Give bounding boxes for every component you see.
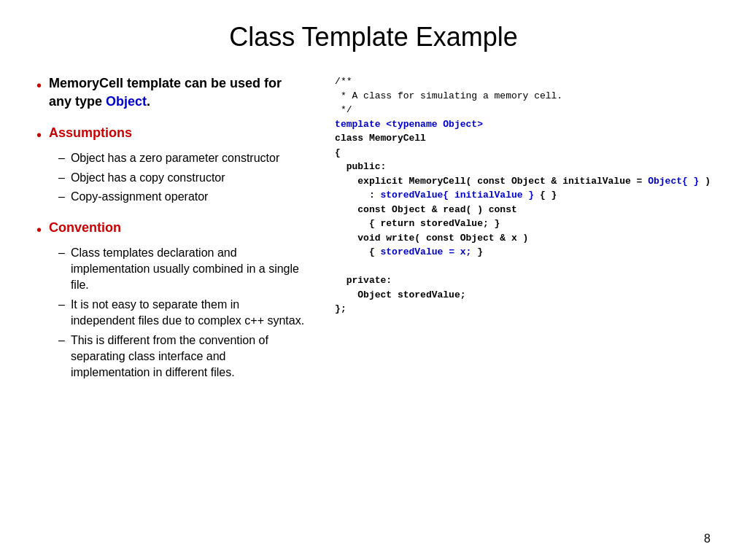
dash-icon: –: [58, 170, 65, 186]
list-item: – Object has a zero parameter constructo…: [58, 150, 306, 166]
bullet-section-3: • Convention – Class templates declarati…: [36, 219, 306, 381]
sub-bullet-text: Class templates declaration and implemen…: [71, 245, 306, 294]
bullet-dot-2: •: [36, 125, 42, 144]
dash-icon: –: [58, 150, 65, 166]
bullet-dot-1: •: [36, 76, 42, 95]
code-line: {: [335, 146, 711, 160]
code-line: void write( const Object & x ): [335, 231, 711, 246]
sub-bullet-text: Object has a zero parameter constructor: [71, 150, 279, 166]
main-bullet-1: • MemoryCell template can be used for an…: [36, 74, 306, 111]
right-panel: /** * A class for simulating a memory ce…: [335, 74, 711, 394]
list-item: – This is different from the convention …: [58, 332, 306, 381]
code-line: public:: [335, 160, 711, 174]
dash-icon: –: [58, 332, 65, 349]
slide-title: Class Template Example: [36, 22, 711, 52]
sub-bullets-3: – Class templates declaration and implem…: [58, 245, 306, 381]
sub-bullet-text: This is different from the convention of…: [71, 332, 306, 381]
sub-bullet-text: It is not easy to separate them in indep…: [71, 297, 306, 330]
main-bullet-heading-3: Convention: [49, 219, 121, 237]
main-bullet-2: • Assumptions: [36, 124, 306, 144]
code-line: * A class for simulating a memory cell.: [335, 89, 711, 104]
dash-icon: –: [58, 189, 65, 205]
code-line: template <typename Object>: [335, 117, 711, 132]
left-panel: • MemoryCell template can be used for an…: [36, 74, 313, 394]
dash-icon: –: [58, 245, 65, 261]
code-line: : storedValue{ initialValue } { }: [335, 188, 711, 203]
main-bullet-3: • Convention: [36, 219, 306, 239]
code-line: { return storedValue; }: [335, 217, 711, 231]
bullet-section-1: • MemoryCell template can be used for an…: [36, 74, 306, 111]
main-bullet-heading-2: Assumptions: [49, 124, 132, 142]
code-line: class MemoryCell: [335, 131, 711, 146]
code-line: { storedValue = x; }: [335, 245, 711, 260]
list-item: – Copy-assignment operator: [58, 189, 306, 205]
bullet-section-2: • Assumptions – Object has a zero parame…: [36, 124, 306, 205]
slide: Class Template Example • MemoryCell temp…: [0, 0, 747, 560]
code-line: Object storedValue;: [335, 288, 711, 303]
code-line: const Object & read( ) const: [335, 203, 711, 217]
list-item: – It is not easy to separate them in ind…: [58, 297, 306, 330]
page-number: 8: [704, 532, 711, 545]
bullet1-text-blue: Object: [106, 94, 147, 109]
code-line: };: [335, 302, 711, 316]
sub-bullet-text: Copy-assignment operator: [71, 189, 209, 205]
list-item: – Class templates declaration and implem…: [58, 245, 306, 294]
code-line: private:: [335, 273, 711, 288]
list-item: – Object has a copy constructor: [58, 170, 306, 186]
code-line: explicit MemoryCell( const Object & init…: [335, 174, 711, 189]
bullet-dot-3: •: [36, 220, 42, 239]
sub-bullet-text: Object has a copy constructor: [71, 170, 225, 186]
code-line: /**: [335, 74, 711, 89]
dash-icon: –: [58, 297, 65, 313]
code-line: */: [335, 103, 711, 117]
main-bullet-text-1: MemoryCell template can be used for any …: [49, 74, 306, 111]
bullet1-text-end: .: [147, 94, 150, 109]
content-area: • MemoryCell template can be used for an…: [36, 74, 711, 394]
bullet1-text-normal: MemoryCell template can be used for any …: [49, 76, 282, 109]
sub-bullets-2: – Object has a zero parameter constructo…: [58, 150, 306, 205]
code-line: [335, 260, 711, 274]
